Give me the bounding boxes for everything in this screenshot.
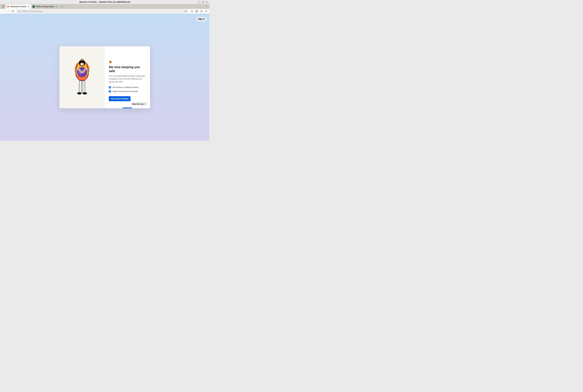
onboarding-card: We love keeping you safe Our non-profit … (60, 46, 150, 108)
tab-strip: Welcome to Firefox m Firefox Privacy Not… (0, 4, 209, 9)
checkbox-import-browser-input[interactable] (109, 90, 111, 92)
save-continue-button[interactable]: Save and continue (109, 96, 131, 101)
tab-label: Welcome to Firefox (10, 6, 27, 8)
svg-point-7 (8, 6, 9, 7)
page-content: Sign in (0, 14, 209, 141)
close-tab-button[interactable] (55, 5, 58, 8)
tab-label: Firefox Privacy Notice (36, 6, 54, 8)
mozilla-favicon-icon: m (33, 6, 35, 8)
forward-button[interactable] (6, 9, 10, 13)
progress-step-1 (123, 108, 132, 108)
reload-button[interactable] (11, 9, 15, 13)
checkbox-default-browser-input[interactable] (109, 86, 111, 88)
checkbox-default-browser[interactable]: Set Firefox as default browser (109, 86, 146, 88)
new-tab-button[interactable] (60, 4, 64, 9)
svg-point-25 (80, 63, 84, 66)
onboarding-body: Our non-profit backed browser helps stop… (109, 74, 146, 83)
page-info-icon[interactable] (18, 10, 20, 12)
onboarding-progress (123, 108, 132, 108)
app-menu-button[interactable] (204, 9, 208, 13)
bookmark-star-icon[interactable] (184, 10, 187, 12)
back-button[interactable] (1, 9, 5, 13)
checkbox-label: Import from previous browser (112, 90, 138, 92)
illustration-panel (60, 46, 105, 108)
checkbox-import-browser[interactable]: Import from previous browser (109, 90, 146, 92)
svg-point-27 (77, 92, 82, 94)
svg-point-30 (110, 61, 111, 63)
account-button[interactable] (195, 9, 199, 13)
window-title: Welcome to Firefox — Mozilla Firefox (on… (79, 1, 130, 3)
svg-point-20 (196, 11, 197, 11)
maximize-button[interactable] (202, 0, 205, 4)
minimize-button[interactable] (198, 0, 201, 4)
tab-privacy-notice[interactable]: m Firefox Privacy Notice (31, 4, 59, 9)
firefox-logo-icon (109, 60, 112, 64)
navigation-toolbar (0, 9, 209, 14)
onboarding-content: We love keeping you safe Our non-profit … (105, 46, 150, 108)
arrow-right-icon (144, 103, 146, 104)
pocket-button[interactable] (190, 9, 194, 13)
close-window-button[interactable] (205, 0, 208, 4)
svg-point-28 (83, 92, 87, 94)
skip-step-button[interactable]: Skip this step (131, 102, 147, 106)
list-all-tabs-button[interactable] (205, 5, 208, 8)
window-titlebar: Welcome to Firefox — Mozilla Firefox (on… (0, 0, 209, 4)
sign-in-button[interactable]: Sign in (196, 17, 207, 21)
extensions-button[interactable] (199, 9, 203, 13)
firefox-view-button[interactable] (1, 4, 5, 8)
svg-rect-4 (2, 6, 4, 7)
svg-text:m: m (33, 6, 34, 8)
skip-label: Skip this step (132, 103, 144, 105)
onboarding-title: We love keeping you safe (109, 65, 146, 73)
tab-welcome[interactable]: Welcome to Firefox (6, 4, 31, 9)
address-input[interactable] (21, 10, 183, 12)
window-controls (198, 0, 208, 4)
checkbox-label: Set Firefox as default browser (112, 86, 139, 88)
firefox-favicon-icon (7, 6, 9, 8)
firefox-hug-illustration-icon (69, 57, 95, 97)
svg-rect-1 (203, 2, 203, 2)
url-bar[interactable] (17, 9, 188, 13)
close-tab-button[interactable] (28, 5, 30, 8)
